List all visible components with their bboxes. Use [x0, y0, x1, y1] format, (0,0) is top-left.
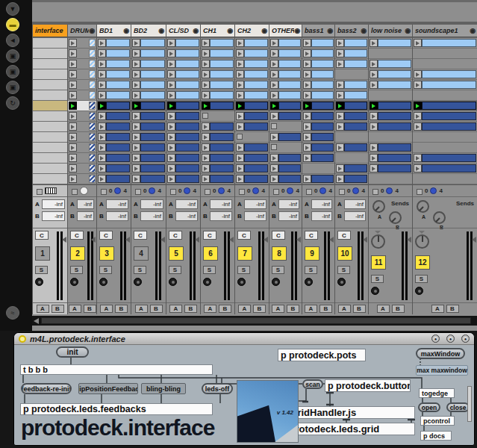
clip-body[interactable] — [106, 175, 130, 183]
close-message[interactable]: close — [446, 402, 470, 412]
clip-body[interactable] — [244, 91, 268, 99]
clip-body[interactable] — [210, 39, 234, 47]
track-header-bass1[interactable]: bass1◉ — [302, 25, 334, 37]
clip-body[interactable] — [210, 91, 234, 99]
clip-body[interactable] — [378, 70, 411, 78]
clip-slot[interactable] — [97, 111, 131, 121]
clip-slot[interactable] — [302, 132, 334, 142]
volume-meter[interactable] — [152, 231, 164, 302]
clip-slot[interactable] — [131, 59, 166, 69]
audio-wave-icon[interactable]: ≈ — [6, 306, 19, 320]
clip-body[interactable] — [210, 49, 234, 57]
solo-button[interactable]: S — [305, 266, 317, 274]
clip-body[interactable] — [422, 154, 476, 162]
solo-button[interactable]: S — [371, 275, 384, 283]
clip-slot[interactable] — [68, 101, 96, 111]
clip-launch-button[interactable] — [303, 49, 311, 57]
track-header-low-noise[interactable]: low noise◉ — [369, 25, 412, 37]
track-activator[interactable]: 5 — [169, 246, 184, 261]
clip-slot[interactable] — [68, 143, 96, 152]
clip-slot[interactable] — [131, 69, 166, 79]
clip-body[interactable] — [311, 133, 334, 141]
clip-slot[interactable] — [235, 90, 269, 100]
clip-launch-button[interactable] — [414, 112, 422, 120]
track-activator[interactable]: 10 — [337, 246, 352, 261]
arm-button[interactable] — [134, 278, 142, 286]
clip-body[interactable] — [210, 81, 234, 89]
clip-launch-button[interactable] — [303, 39, 311, 47]
clip-launch-button[interactable] — [202, 154, 210, 162]
solo-button[interactable]: S — [203, 266, 216, 274]
clip-launch-button[interactable] — [202, 133, 210, 141]
clip-launch-button[interactable] — [69, 164, 77, 172]
clip-stop-all-button[interactable] — [37, 189, 43, 195]
clip-slot[interactable] — [302, 153, 334, 163]
clip-stop-all-button[interactable] — [72, 189, 78, 195]
clip-body[interactable] — [311, 81, 334, 89]
track-dropdown-icon[interactable]: ◉ — [193, 27, 199, 34]
clip-launch-button[interactable] — [69, 102, 77, 110]
clip-slot[interactable] — [302, 59, 334, 69]
clip-body[interactable] — [140, 112, 165, 120]
clip-launch-button[interactable] — [98, 133, 106, 141]
clip-slot[interactable] — [33, 164, 67, 173]
clip-body[interactable] — [175, 154, 199, 162]
clip-body[interactable] — [175, 81, 199, 89]
clip-stop-button[interactable] — [271, 144, 277, 150]
clip-slot[interactable] — [369, 111, 412, 121]
arm-button[interactable] — [337, 278, 346, 286]
clip-body[interactable] — [210, 122, 234, 131]
clip-slot[interactable] — [33, 80, 67, 90]
clip-slot[interactable] — [166, 101, 200, 111]
clip-slot[interactable] — [68, 174, 96, 184]
clip-body[interactable] — [311, 91, 334, 99]
track-header-other[interactable]: OTHER◉ — [269, 25, 302, 37]
clip-launch-button[interactable] — [336, 175, 344, 183]
clip-slot[interactable] — [97, 101, 131, 111]
clip-launch-button[interactable] — [69, 39, 77, 47]
pan-control[interactable]: C — [237, 231, 251, 240]
clip-slot[interactable] — [269, 59, 302, 69]
clip-slot[interactable] — [413, 143, 477, 152]
clip-body[interactable] — [140, 49, 165, 57]
clip-launch-button[interactable] — [370, 154, 378, 162]
clip-body[interactable] — [378, 60, 411, 68]
clip-launch-button[interactable] — [167, 164, 175, 172]
clip-body[interactable] — [244, 70, 268, 78]
crossfade-a-button[interactable]: A — [431, 305, 444, 313]
clip-launch-button[interactable] — [132, 60, 140, 68]
clip-launch-button[interactable] — [69, 154, 77, 162]
clip-body[interactable] — [244, 164, 268, 172]
horizontal-scrollbar[interactable] — [32, 316, 477, 326]
clip-slot[interactable] — [97, 153, 131, 163]
clip-launch-button[interactable] — [98, 81, 106, 89]
arm-button[interactable] — [305, 278, 313, 286]
clip-slot[interactable] — [335, 101, 368, 111]
clip-body[interactable] — [344, 39, 367, 47]
crossfade-a-button[interactable]: A — [169, 305, 182, 313]
clip-slot[interactable] — [302, 38, 334, 48]
arm-button[interactable] — [371, 287, 379, 295]
volume-meter[interactable] — [117, 231, 129, 302]
clip-body[interactable] — [244, 81, 268, 89]
arm-button[interactable] — [415, 287, 423, 295]
clip-body[interactable] — [244, 175, 268, 183]
solo-button[interactable]: S — [415, 275, 428, 283]
clip-slot[interactable] — [201, 59, 234, 69]
crossfade-b-button[interactable]: B — [150, 305, 163, 313]
clip-slot[interactable] — [269, 38, 302, 48]
clip-body[interactable] — [210, 143, 234, 152]
clip-slot[interactable] — [68, 153, 96, 163]
clip-body[interactable] — [175, 122, 199, 131]
clip-body[interactable] — [344, 91, 367, 99]
send-amount-field[interactable]: -inf — [175, 211, 198, 221]
clip-body[interactable] — [140, 175, 165, 183]
clip-slot[interactable] — [68, 49, 96, 58]
clip-body[interactable] — [311, 154, 334, 162]
track-header-bd2[interactable]: BD2◉ — [131, 25, 166, 37]
clip-slot[interactable] — [201, 69, 234, 79]
patcher-title-bar[interactable]: m4L.protodeck.interface ● ● ● — [14, 333, 474, 345]
clip-slot[interactable] — [235, 143, 269, 152]
clip-slot[interactable] — [369, 69, 412, 79]
clip-launch-button[interactable] — [69, 91, 77, 99]
